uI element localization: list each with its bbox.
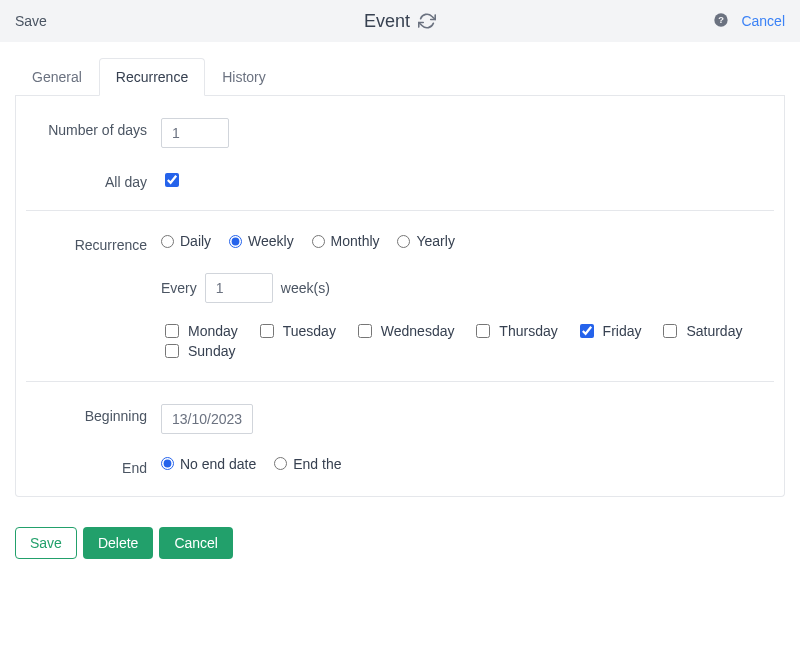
day-sunday-label: Sunday [188, 343, 235, 359]
recurrence-yearly-label: Yearly [416, 233, 454, 249]
end-no-end[interactable]: No end date [161, 456, 256, 472]
end-the-label: End the [293, 456, 341, 472]
day-wednesday-checkbox[interactable] [358, 324, 372, 338]
day-saturday[interactable]: Saturday [659, 321, 742, 341]
tab-general[interactable]: General [15, 58, 99, 96]
end-no-end-label: No end date [180, 456, 256, 472]
modal-title: Event [364, 11, 410, 32]
recurrence-yearly[interactable]: Yearly [397, 233, 454, 249]
delete-button[interactable]: Delete [83, 527, 153, 559]
day-tuesday-label: Tuesday [283, 323, 336, 339]
recurrence-weekly-label: Weekly [248, 233, 294, 249]
end-the-radio[interactable] [274, 457, 287, 470]
recurrence-weekly-radio[interactable] [229, 235, 242, 248]
header-cancel-link[interactable]: Cancel [741, 13, 785, 29]
day-sunday-checkbox[interactable] [165, 344, 179, 358]
day-monday-label: Monday [188, 323, 238, 339]
day-friday-checkbox[interactable] [580, 324, 594, 338]
help-icon[interactable]: ? [713, 12, 729, 31]
number-of-days-input[interactable] [161, 118, 229, 148]
day-thursday-label: Thursday [499, 323, 557, 339]
tab-recurrence[interactable]: Recurrence [99, 58, 205, 96]
all-day-label: All day [26, 168, 161, 190]
beginning-label: Beginning [26, 402, 161, 424]
recurrence-daily[interactable]: Daily [161, 233, 211, 249]
divider [26, 210, 774, 211]
recurrence-yearly-radio[interactable] [397, 235, 410, 248]
every-weeks-input[interactable] [205, 273, 273, 303]
svg-text:?: ? [719, 15, 725, 25]
day-thursday-checkbox[interactable] [476, 324, 490, 338]
recurrence-monthly-label: Monthly [331, 233, 380, 249]
tabs: General Recurrence History [15, 57, 785, 96]
tab-history[interactable]: History [205, 58, 283, 96]
recurrence-label: Recurrence [26, 231, 161, 253]
day-wednesday[interactable]: Wednesday [354, 321, 455, 341]
recurrence-panel: Number of days All day Recurrence Daily [15, 96, 785, 497]
all-day-checkbox[interactable] [165, 173, 179, 187]
number-of-days-label: Number of days [26, 116, 161, 138]
footer-buttons: Save Delete Cancel [15, 527, 785, 559]
day-monday[interactable]: Monday [161, 321, 238, 341]
day-sunday[interactable]: Sunday [161, 341, 235, 361]
every-prefix: Every [161, 280, 197, 296]
day-tuesday[interactable]: Tuesday [256, 321, 336, 341]
modal-header: Save Event ? Cancel [0, 0, 800, 42]
day-saturday-label: Saturday [686, 323, 742, 339]
every-suffix: week(s) [281, 280, 330, 296]
modal-title-wrap: Event [364, 11, 436, 32]
day-friday-label: Friday [603, 323, 642, 339]
end-no-end-radio[interactable] [161, 457, 174, 470]
recurrence-monthly-radio[interactable] [312, 235, 325, 248]
cancel-button[interactable]: Cancel [159, 527, 233, 559]
day-wednesday-label: Wednesday [381, 323, 455, 339]
recurrence-monthly[interactable]: Monthly [312, 233, 380, 249]
end-label: End [26, 454, 161, 476]
beginning-input[interactable] [161, 404, 253, 434]
recurrence-icon [418, 12, 436, 30]
end-the[interactable]: End the [274, 456, 341, 472]
recurrence-weekly[interactable]: Weekly [229, 233, 294, 249]
day-thursday[interactable]: Thursday [472, 321, 557, 341]
divider [26, 381, 774, 382]
day-tuesday-checkbox[interactable] [260, 324, 274, 338]
day-saturday-checkbox[interactable] [663, 324, 677, 338]
day-friday[interactable]: Friday [576, 321, 642, 341]
save-button[interactable]: Save [15, 527, 77, 559]
day-monday-checkbox[interactable] [165, 324, 179, 338]
recurrence-daily-label: Daily [180, 233, 211, 249]
recurrence-daily-radio[interactable] [161, 235, 174, 248]
header-save-link[interactable]: Save [15, 13, 47, 29]
